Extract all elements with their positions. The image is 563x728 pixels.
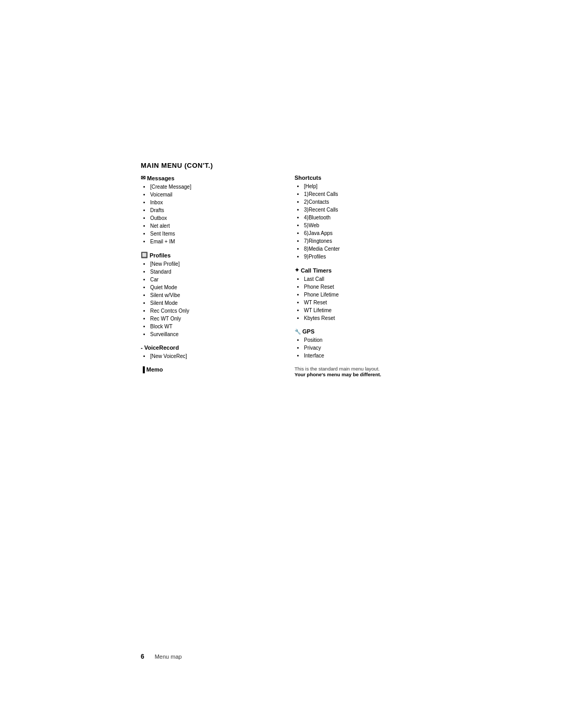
list-item: Inbox: [150, 199, 279, 206]
gps-section: 🔧 GPS Position Privacy Interface: [295, 328, 433, 360]
messages-section: ✉ Messages [Create Message] Voicemail In…: [141, 175, 279, 245]
profiles-section: 🔲 Profiles [New Profile] Standard Car Qu…: [141, 252, 279, 338]
footer-note-bold: Your phone's menu may be different.: [295, 372, 433, 377]
list-item: Privacy: [304, 344, 433, 352]
envelope-icon: ✉: [141, 175, 145, 181]
list-item: [Create Message]: [150, 183, 279, 191]
page-number-area: 6 Menu map: [141, 653, 182, 660]
left-column: ✉ Messages [Create Message] Voicemail In…: [141, 175, 279, 379]
list-item: Rec Contcs Only: [150, 307, 279, 315]
calltimers-section: ✦ Call Timers Last Call Phone Reset Phon…: [295, 267, 433, 322]
list-item: Position: [304, 336, 433, 344]
calltimers-title: ✦ Call Timers: [295, 267, 433, 274]
list-item: Drafts: [150, 206, 279, 214]
list-item: 5)Web: [304, 221, 433, 229]
shortcuts-section: Shortcuts [Help] 1)Recent Calls 2)Contac…: [295, 175, 433, 261]
gps-title: 🔧 GPS: [295, 328, 433, 335]
page-number: 6: [141, 653, 144, 660]
list-item: Interface: [304, 352, 433, 360]
list-item: Kbytes Reset: [304, 314, 433, 322]
list-item: 7)Ringtones: [304, 237, 433, 245]
memo-section: ▐ Memo: [141, 366, 279, 373]
messages-list: [Create Message] Voicemail Inbox Drafts …: [141, 183, 279, 245]
list-item: WT Lifetime: [304, 306, 433, 314]
page-label: Menu map: [155, 653, 182, 660]
list-item: Outbox: [150, 214, 279, 222]
footer-note: This is the standard main menu layout.: [295, 366, 433, 372]
list-item: 3)Recent Calls: [304, 206, 433, 214]
right-column: Shortcuts [Help] 1)Recent Calls 2)Contac…: [295, 175, 433, 379]
list-item: Car: [150, 276, 279, 283]
shortcuts-list: [Help] 1)Recent Calls 2)Contacts 3)Recen…: [295, 182, 433, 261]
memo-title: ▐ Memo: [141, 366, 279, 373]
list-item: Silent w/Vibe: [150, 291, 279, 299]
list-item: [New Profile]: [150, 260, 279, 268]
list-item: Voicemail: [150, 191, 279, 199]
list-item: Net alert: [150, 222, 279, 230]
list-item: 1)Recent Calls: [304, 190, 433, 198]
list-item: Rec WT Only: [150, 315, 279, 323]
list-item: Phone Lifetime: [304, 291, 433, 299]
list-item: Quiet Mode: [150, 283, 279, 291]
timer-icon: ✦: [295, 267, 299, 274]
list-item: 8)Media Center: [304, 245, 433, 253]
list-item: Surveillance: [150, 330, 279, 338]
gps-icon: 🔧: [295, 329, 301, 335]
page: MAIN MENU (CON'T.) ✉ Messages [Create Me…: [0, 0, 563, 728]
list-item: [Help]: [304, 182, 433, 190]
list-item: Block WT: [150, 323, 279, 330]
main-content: MAIN MENU (CON'T.) ✉ Messages [Create Me…: [141, 162, 433, 379]
messages-title: ✉ Messages: [141, 175, 279, 181]
profiles-list: [New Profile] Standard Car Quiet Mode Si…: [141, 260, 279, 338]
list-item: Standard: [150, 268, 279, 276]
list-item: [New VoiceRec]: [150, 352, 279, 360]
gps-list: Position Privacy Interface: [295, 336, 433, 360]
voicerecord-title: - VoiceRecord: [141, 344, 279, 351]
profiles-icon: 🔲: [141, 252, 148, 258]
list-item: Phone Reset: [304, 283, 433, 291]
two-column-layout: ✉ Messages [Create Message] Voicemail In…: [141, 175, 433, 379]
shortcuts-title: Shortcuts: [295, 175, 433, 181]
profiles-title: 🔲 Profiles: [141, 252, 279, 258]
list-item: 2)Contacts: [304, 198, 433, 206]
voicerecord-list: [New VoiceRec]: [141, 352, 279, 360]
list-item: 4)Bluetooth: [304, 214, 433, 221]
list-item: WT Reset: [304, 299, 433, 306]
list-item: Sent Items: [150, 230, 279, 238]
list-item: Silent Mode: [150, 299, 279, 307]
calltimers-list: Last Call Phone Reset Phone Lifetime WT …: [295, 275, 433, 322]
footer-notes: This is the standard main menu layout. Y…: [295, 366, 433, 377]
list-item: 6)Java Apps: [304, 229, 433, 237]
list-item: Last Call: [304, 275, 433, 283]
list-item: Email + IM: [150, 238, 279, 245]
memo-icon: ▐: [141, 366, 145, 373]
list-item: 9)Profiles: [304, 253, 433, 261]
page-title: MAIN MENU (CON'T.): [141, 162, 433, 169]
voicerecord-section: - VoiceRecord [New VoiceRec]: [141, 344, 279, 360]
